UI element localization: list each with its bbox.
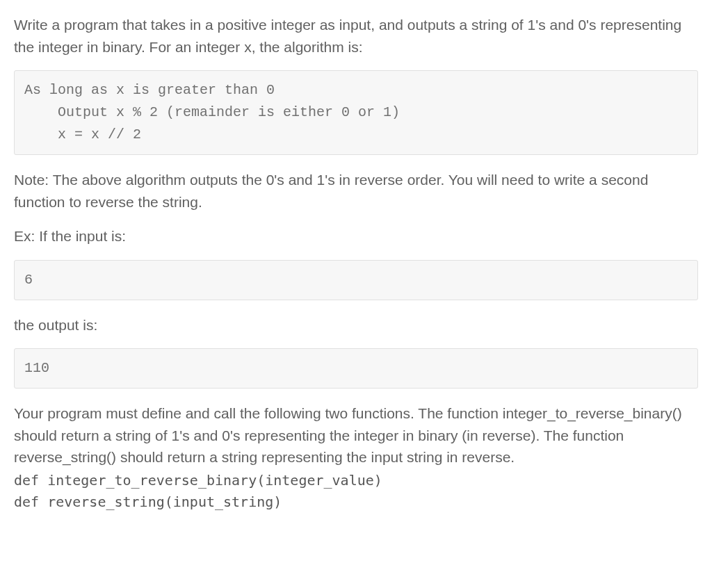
intro-paragraph: Write a program that takes in a positive… xyxy=(14,14,698,58)
note-paragraph: Note: The above algorithm outputs the 0'… xyxy=(14,169,698,213)
example-output-block: 110 xyxy=(14,348,698,389)
requirements-paragraph: Your program must define and call the fo… xyxy=(14,402,698,468)
function-definition-2: def reverse_string(input_string) xyxy=(14,491,698,513)
document-content: Write a program that takes in a positive… xyxy=(14,14,698,513)
output-label: the output is: xyxy=(14,314,698,336)
function-definition-1: def integer_to_reverse_binary(integer_va… xyxy=(14,470,698,491)
algorithm-code-block: As long as x is greater than 0 Output x … xyxy=(14,70,698,155)
example-input-label: Ex: If the input is: xyxy=(14,225,698,247)
example-input-block: 6 xyxy=(14,260,698,300)
